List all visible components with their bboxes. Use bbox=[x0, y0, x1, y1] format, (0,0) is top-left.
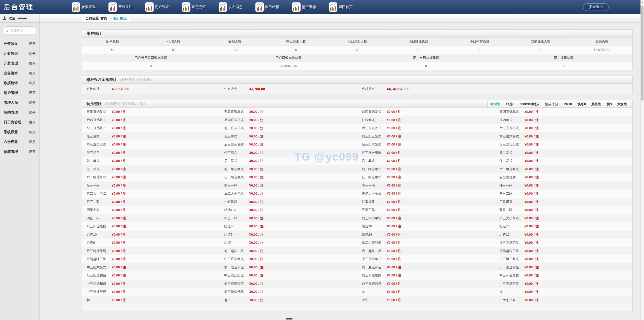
expand-toggle[interactable]: 展开 bbox=[29, 120, 35, 125]
lottery-name: 生态农业 bbox=[224, 87, 249, 91]
tab-六合彩[interactable]: 六合彩 bbox=[615, 101, 630, 108]
play-stat-cell: 和¥0.00 / 注 bbox=[82, 296, 220, 304]
nav-item-5[interactable]: 发布消息 bbox=[219, 2, 255, 12]
play-stat-cell: 前三一码¥0.00 / 注 bbox=[220, 182, 357, 190]
play-value: ¥0.00 / 注 bbox=[249, 232, 263, 237]
expand-toggle[interactable]: 展开 bbox=[29, 150, 35, 154]
panel-title: 彩种投注金额统计 bbox=[87, 77, 117, 82]
sidebar-item[interactable]: 六合设置展开 bbox=[0, 137, 39, 147]
sidebar-item[interactable]: 数据统计展开 bbox=[0, 78, 39, 88]
play-value: ¥0.00 / 注 bbox=[525, 159, 539, 163]
play-label: 后三一码 bbox=[87, 183, 112, 188]
play-label: 组选6 bbox=[87, 240, 112, 245]
welcome-text: 欢迎: admin bbox=[9, 16, 27, 21]
tab-3D/P3/时时乐[interactable]: 3D/P3/时时乐 bbox=[517, 101, 542, 108]
tab-时时彩[interactable]: 时时彩 bbox=[488, 101, 503, 108]
nav-item-2[interactable]: 普通投注 bbox=[108, 2, 145, 12]
nav-item-1[interactable]: 参数设置 bbox=[72, 2, 108, 12]
play-value: ¥0.00 / 注 bbox=[525, 118, 539, 122]
play-label: 后三直选复式 bbox=[362, 126, 387, 130]
sidebar-item[interactable]: 系统设置展开 bbox=[0, 127, 39, 137]
play-stats-header: 玩法统计 （玩法统计: 投注金额 / 注数） 时时彩11选53D/P3/时时乐快… bbox=[82, 100, 632, 108]
sidebar-item[interactable]: 用户管理展开 bbox=[0, 88, 39, 98]
sidebar-item[interactable]: 开奖数据展开 bbox=[0, 49, 39, 58]
expand-toggle[interactable]: 展开 bbox=[29, 100, 35, 105]
sidebar-item[interactable]: 管理人员展开 bbox=[0, 98, 39, 108]
nav-item-4[interactable]: 账号充值 bbox=[182, 2, 219, 12]
play-stat-cell: 中三组选和值¥0.00 / 注 bbox=[82, 280, 220, 288]
play-stat-cell: 后三混合组选¥0.00 / 注 bbox=[495, 140, 632, 149]
play-stat-cell: 四码趣味三星¥0.00 / 注 bbox=[495, 247, 632, 255]
vertical-scrollbar[interactable] bbox=[640, 0, 644, 320]
horizontal-scrollbar-thumb[interactable] bbox=[286, 318, 293, 319]
play-label: 五星三码 bbox=[362, 208, 387, 212]
tab-11选5[interactable]: 11选5 bbox=[503, 101, 517, 108]
sidebar-item[interactable]: 开奖管理展开 bbox=[0, 58, 39, 68]
play-stat-cell: 后三直选复式¥0.00 / 注 bbox=[357, 124, 495, 132]
sidebar-item[interactable]: 业务流水展开 bbox=[0, 68, 39, 78]
play-label: 任三一码 bbox=[499, 183, 525, 188]
play-value: ¥0.00 / 注 bbox=[249, 191, 263, 196]
sidebar-item[interactable]: 信箱管理展开 bbox=[0, 147, 39, 157]
play-label: 前四直选复式 bbox=[362, 110, 387, 114]
expand-toggle[interactable]: 展开 bbox=[29, 110, 35, 115]
play-value: ¥0.00 / 注 bbox=[525, 183, 539, 188]
tab-系统彩[interactable]: 系统彩 bbox=[589, 101, 604, 108]
nav-item-3[interactable]: 用户列表 bbox=[145, 2, 182, 12]
stats-header-cell: 昨日注册人数 bbox=[265, 38, 327, 46]
tab-快3[interactable]: 快3 bbox=[604, 101, 615, 108]
stats-value-row: 0393844.00000 bbox=[82, 62, 632, 70]
expand-toggle[interactable]: 展开 bbox=[29, 81, 35, 85]
play-value: ¥0.00 / 注 bbox=[112, 216, 126, 221]
play-value: ¥0.00 / 注 bbox=[525, 232, 539, 237]
play-stats-row: 前三混合组选¥0.00 / 注后三组三复式¥0.00 / 注后三组六复式¥0.0… bbox=[82, 140, 632, 149]
expand-toggle[interactable]: 展开 bbox=[29, 51, 35, 56]
stats-header-cell: 用户总数 bbox=[82, 38, 143, 46]
expand-toggle[interactable]: 展开 bbox=[29, 140, 35, 144]
scroll-up-icon[interactable] bbox=[641, 2, 643, 3]
play-label: 五星直选单式 bbox=[224, 110, 249, 114]
play-stats-row: 前二单式¥0.00 / 注后二复式¥0.00 / 注后二单式¥0.00 / 注任… bbox=[82, 157, 632, 165]
play-value: ¥0.00 / 注 bbox=[249, 183, 263, 188]
nav-item-8[interactable]: 返回首页 bbox=[329, 2, 366, 12]
lottery-amount-cell: 科技农业¥20,670.00 bbox=[82, 87, 220, 91]
sidebar-item[interactable]: 日工资管理展开 bbox=[0, 117, 39, 127]
play-stat-cell: 后三大小单双¥0.00 / 注 bbox=[495, 214, 632, 223]
play-label: 三星报喜 bbox=[499, 200, 525, 204]
tab-PK10[interactable]: PK10 bbox=[561, 101, 575, 108]
sidebar-item[interactable]: 契约管理展开 bbox=[0, 108, 39, 117]
play-value: ¥0.00 / 注 bbox=[525, 249, 539, 253]
play-value: ¥0.00 / 注 bbox=[112, 142, 126, 147]
stats-value-cell: 0 bbox=[82, 62, 220, 70]
expand-toggle[interactable]: 展开 bbox=[29, 130, 35, 134]
tab-快乐8[interactable]: 快乐8 bbox=[575, 101, 589, 108]
expand-toggle[interactable]: 展开 bbox=[29, 71, 35, 76]
stats-value-row: 6452120000152,079,921 bbox=[82, 46, 632, 54]
expand-toggle[interactable]: 展开 bbox=[29, 42, 35, 46]
logout-button[interactable]: 安全退出 bbox=[583, 3, 609, 11]
play-stat-cell: 组选24¥0.00 / 注 bbox=[357, 231, 495, 239]
panels: 用户统计 用户总数代理人数会员人数昨日注册人数今日注册人数今日投注总额今日中奖总… bbox=[39, 23, 644, 311]
tab-快乐十分[interactable]: 快乐十分 bbox=[542, 101, 561, 108]
scrollbar-thumb[interactable] bbox=[641, 6, 643, 101]
lottery-amounts-row: 科技农业¥20,670.00生态农业¥3,700.00乡村振兴¥4,349,87… bbox=[82, 84, 632, 94]
play-stat-cell: 中三和值尾数¥0.00 / 注 bbox=[495, 271, 632, 280]
play-stat-cell: 任四单式¥0.00 / 注 bbox=[495, 116, 632, 124]
breadcrumb-current[interactable]: 统计概况 bbox=[113, 16, 127, 21]
play-stats-panel: 玩法统计 （玩法统计: 投注金额 / 注数） 时时彩11选53D/P3/时时乐快… bbox=[82, 100, 633, 311]
play-label: 五星直选复式 bbox=[87, 110, 112, 114]
play-stat-cell: 组选60¥0.00 / 注 bbox=[220, 222, 357, 231]
nav-item-6[interactable]: 账号转帐 bbox=[255, 2, 292, 12]
play-value: ¥0.00 / 注 bbox=[525, 142, 539, 147]
play-stat-cell: 任三组六¥0.00 / 注 bbox=[220, 149, 357, 157]
expand-toggle[interactable]: 展开 bbox=[29, 61, 35, 66]
play-stat-cell: 龙¥0.00 / 注 bbox=[357, 288, 495, 296]
play-value: ¥0.00 / 注 bbox=[387, 183, 401, 188]
nav-item-7[interactable]: 清空缓存 bbox=[292, 2, 329, 12]
play-stat-cell: 中三直选跨度¥0.00 / 注 bbox=[495, 280, 632, 288]
expand-toggle[interactable]: 展开 bbox=[29, 91, 35, 95]
user-stats-table: 用户总数代理人数会员人数昨日注册人数今日注册人数今日投注总额今日中奖总额当前在线… bbox=[82, 38, 632, 70]
play-value: ¥0.00 / 注 bbox=[112, 134, 126, 139]
sidebar-item[interactable]: 开奖预设展开 bbox=[0, 39, 39, 49]
play-stat-cell: 后二大小单双¥0.00 / 注 bbox=[220, 190, 357, 198]
